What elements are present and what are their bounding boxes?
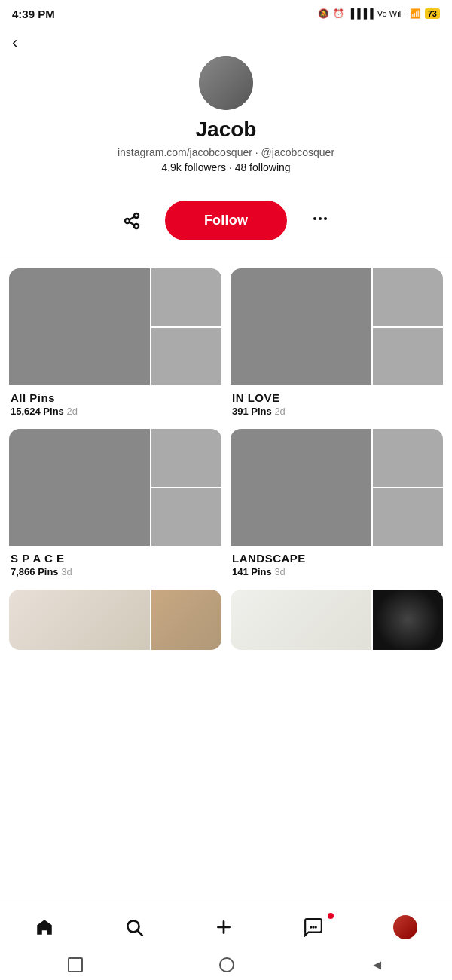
- board-side-image-2: [151, 328, 221, 386]
- svg-line-3: [129, 222, 134, 225]
- board-info: S P A C E 7,866 Pins 3d: [9, 546, 221, 580]
- board-card[interactable]: All Pins 15,624 Pins 2d: [9, 268, 221, 420]
- nav-avatar: [393, 915, 417, 939]
- silent-icon: 🔕: [318, 8, 329, 19]
- board-card-partial[interactable]: [231, 590, 443, 650]
- pins-count: 7,866 Pins: [11, 566, 59, 577]
- android-nav-bar: ◄: [0, 950, 452, 980]
- board-side-image-2: [151, 488, 221, 547]
- svg-point-13: [314, 926, 316, 928]
- time-ago-value: 2d: [66, 406, 77, 417]
- home-icon: [35, 917, 54, 937]
- stats-separator: ·: [229, 161, 235, 173]
- board-images: [9, 268, 221, 385]
- partial-image-1: [9, 590, 150, 650]
- nav-search[interactable]: [115, 914, 153, 940]
- pins-count: 391 Pins: [232, 406, 272, 417]
- time-ago-value: 2d: [274, 406, 285, 417]
- board-info: LANDSCAPE 141 Pins 3d: [231, 546, 443, 580]
- time-ago-value: 3d: [61, 566, 72, 577]
- avatar-image: [199, 56, 253, 110]
- followers-count: 4.9k followers: [161, 161, 226, 173]
- board-card[interactable]: S P A C E 7,866 Pins 3d: [9, 429, 221, 580]
- partial-image-4: [373, 590, 443, 650]
- board-title: S P A C E: [11, 552, 220, 565]
- partial-image-2: [151, 590, 221, 650]
- status-bar: 4:39 PM 🔕 ⏰ ▐▐▐▐ Vo WiFi 📶 73: [0, 0, 452, 27]
- board-meta: 7,866 Pins 3d: [11, 566, 220, 577]
- profile-handle[interactable]: @jacobcosquer: [261, 146, 335, 158]
- svg-point-5: [313, 217, 316, 220]
- android-recents-button[interactable]: [219, 957, 234, 972]
- profile-meta: instagram.com/jacobcosquer · @jacobcosqu…: [118, 146, 334, 158]
- board-side-image-2: [373, 328, 443, 386]
- action-row: Follow: [0, 201, 452, 240]
- board-info: IN LOVE 391 Pins 2d: [231, 385, 443, 420]
- share-icon: [123, 212, 141, 230]
- board-main-image: [9, 268, 150, 385]
- board-meta: 141 Pins 3d: [232, 566, 441, 577]
- messages-icon: [304, 917, 323, 937]
- board-images: [231, 268, 443, 385]
- pins-count: 15,624 Pins: [11, 406, 64, 417]
- instagram-link[interactable]: instagram.com/jacobcosquer: [118, 146, 252, 158]
- board-info: All Pins 15,624 Pins 2d: [9, 385, 221, 420]
- nav-profile[interactable]: [384, 912, 426, 942]
- board-side-image-2: [373, 488, 443, 547]
- status-icons: 🔕 ⏰ ▐▐▐▐ Vo WiFi 📶 73: [318, 8, 440, 19]
- profile-stats: 4.9k followers · 48 following: [161, 161, 290, 173]
- android-home-button[interactable]: [68, 957, 83, 972]
- status-time: 4:39 PM: [12, 8, 55, 20]
- board-main-image: [9, 429, 150, 546]
- back-button-container: ‹: [0, 27, 452, 56]
- board-card[interactable]: LANDSCAPE 141 Pins 3d: [231, 429, 443, 580]
- board-card[interactable]: IN LOVE 391 Pins 2d: [231, 268, 443, 420]
- board-side-image-1: [151, 429, 221, 487]
- bottom-nav: [0, 902, 452, 950]
- board-side-image-1: [373, 268, 443, 326]
- board-meta: 391 Pins 2d: [232, 406, 441, 417]
- svg-point-12: [310, 926, 312, 928]
- follow-button[interactable]: Follow: [165, 201, 287, 240]
- more-options-button[interactable]: [305, 204, 335, 238]
- alarm-icon: ⏰: [333, 8, 344, 19]
- following-count: 48 following: [235, 161, 291, 173]
- android-back-button[interactable]: ◄: [371, 957, 384, 973]
- nav-home[interactable]: [26, 914, 63, 940]
- profile-header: Jacob instagram.com/jacobcosquer · @jaco…: [0, 56, 452, 201]
- wifi-text: Vo WiFi: [377, 9, 406, 18]
- boards-grid: All Pins 15,624 Pins 2d IN LOVE 391 Pins…: [0, 268, 452, 580]
- add-icon: [214, 917, 234, 937]
- section-divider: [0, 256, 452, 256]
- search-icon: [124, 917, 144, 937]
- nav-add[interactable]: [205, 914, 243, 940]
- board-main-image: [231, 268, 371, 385]
- nav-messages[interactable]: [295, 914, 332, 940]
- time-ago-value: 3d: [274, 566, 285, 577]
- svg-point-6: [319, 217, 322, 220]
- board-main-image: [231, 429, 371, 546]
- avatar: [199, 56, 253, 110]
- partial-image-3: [231, 590, 371, 650]
- meta-separator: ·: [255, 146, 261, 158]
- board-title: All Pins: [11, 391, 220, 404]
- pins-count: 141 Pins: [232, 566, 272, 577]
- share-button[interactable]: [117, 206, 147, 236]
- board-images: [9, 429, 221, 546]
- board-card-partial[interactable]: [9, 590, 221, 650]
- svg-point-7: [324, 217, 327, 220]
- profile-name: Jacob: [196, 118, 257, 142]
- back-button[interactable]: ‹: [12, 33, 17, 52]
- more-icon: [311, 210, 329, 228]
- boards-grid-partial: [0, 590, 452, 650]
- svg-point-14: [312, 926, 314, 928]
- board-title: IN LOVE: [232, 391, 441, 404]
- board-images: [231, 429, 443, 546]
- board-side-image-1: [373, 429, 443, 487]
- svg-line-9: [138, 930, 142, 935]
- battery-icon: 73: [425, 8, 440, 19]
- board-meta: 15,624 Pins 2d: [11, 406, 220, 417]
- wifi-icon: 📶: [410, 8, 421, 19]
- signal-icon: ▐▐▐▐: [348, 8, 374, 19]
- board-side-image-1: [151, 268, 221, 326]
